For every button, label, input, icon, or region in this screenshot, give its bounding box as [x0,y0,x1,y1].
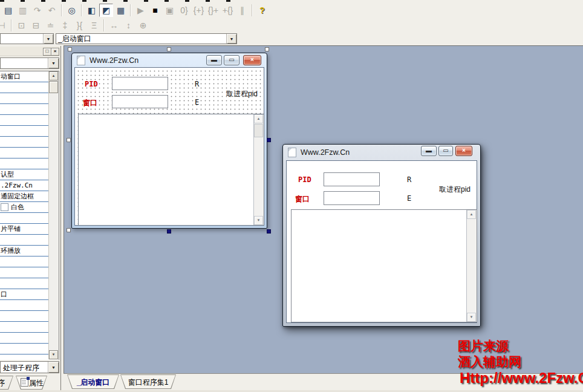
chevron-down-icon[interactable]: ▼ [43,34,53,44]
find-icon[interactable]: ◎ [65,4,79,17]
resize-handle-bottom-right[interactable] [267,229,271,234]
scroll-up-icon[interactable]: ▲ [467,210,476,219]
component-combo[interactable]: ▼ [0,33,54,44]
scroll-up-icon[interactable]: ▲ [254,114,263,123]
object-selector-combo[interactable]: ▼ [0,57,59,69]
space-evenly-vertical-icon[interactable]: Ξ [87,19,101,32]
get-pid-button[interactable]: 取进程pid [439,185,471,195]
chevron-down-icon[interactable]: ▼ [226,34,236,44]
tab-properties[interactable]: 属性 [16,376,47,390]
resize-handle-bottom-left[interactable] [67,228,71,232]
property-row[interactable]: 片平铺 [0,224,48,235]
property-row[interactable] [0,344,48,354]
property-row[interactable]: 认型 [0,169,48,180]
designer-form-window[interactable]: Www.2Fzw.Cn ▬ ▭ × PID R 取进程pid 窗口 E ▲ ▼ [71,53,267,229]
property-row[interactable] [0,148,48,158]
property-row[interactable] [0,300,48,311]
tab-startup-window[interactable]: _启动窗口 [67,374,119,389]
output-listbox[interactable]: ▲ ▼ [78,114,264,226]
resize-handle-mid-right[interactable] [267,138,271,142]
run-to-cursor-icon[interactable]: +{} [221,4,235,17]
close-button[interactable]: × [455,146,472,156]
tab-events[interactable]: 序 [0,376,13,390]
window-input[interactable] [112,95,168,108]
align-bottom-icon[interactable]: ‡ [58,19,72,32]
maximize-button[interactable]: ▭ [224,55,239,65]
property-row[interactable] [0,213,48,224]
pause-icon[interactable]: ∥ [235,4,249,17]
close-button[interactable]: × [243,55,261,65]
preview-window[interactable]: Www.2Fzw.Cn ▬ ▭ × PID R 取进程pid 窗口 E ▲ ▼ [282,144,481,327]
property-row[interactable] [0,115,48,126]
listbox-scrollbar[interactable]: ▲ ▼ [466,210,477,322]
property-row[interactable] [0,158,48,169]
panel-close-button[interactable]: × [51,48,59,56]
scroll-down-icon[interactable]: ▼ [49,350,58,359]
listbox-scrollbar[interactable]: ▲ ▼ [253,114,264,225]
copy-icon[interactable]: ▤ [1,4,15,17]
center-horizontally-icon[interactable]: ⊡ [15,19,28,32]
property-row[interactable]: 通固定边框 [0,191,48,202]
debug-window-icon[interactable]: ▣ [163,4,177,17]
form-selector-combo[interactable]: _启动窗口 ▼ [56,33,237,44]
property-row[interactable] [0,137,48,148]
property-row[interactable]: 环播放 [0,246,48,256]
property-row[interactable] [0,278,48,289]
property-row[interactable] [0,104,48,115]
panel-maximize-button[interactable]: □ [43,48,51,56]
property-row[interactable]: 口 [0,289,48,300]
view-form-icon[interactable]: ◩ [99,4,113,17]
e-button[interactable]: E [407,194,411,203]
view-split-icon[interactable]: ▦ [114,4,128,17]
property-grid-scrollbar[interactable]: ▲ ▼ [48,71,59,359]
designer-client-area[interactable]: PID R 取进程pid 窗口 E ▲ ▼ [74,67,264,226]
undo-icon[interactable]: ↶ [45,4,59,17]
property-row[interactable] [0,354,48,360]
scrollbar-thumb[interactable] [49,81,58,93]
property-row[interactable]: 动窗口 [0,71,48,82]
step-into-icon[interactable]: {+} [192,4,206,17]
minimize-button[interactable]: ▬ [421,146,437,156]
space-evenly-horizontal-icon[interactable]: }{ [73,19,86,32]
property-row[interactable] [0,256,48,267]
event-handler-combo[interactable]: 处理子程序 ▼ [0,361,59,373]
property-row[interactable] [0,267,48,278]
pid-input[interactable] [112,77,168,90]
align-top-icon[interactable]: ≐ [44,19,57,32]
resize-handle-mid-left[interactable] [67,138,71,142]
property-row[interactable] [0,235,48,246]
stop-icon[interactable]: ■ [148,4,162,17]
property-row[interactable] [0,82,48,93]
chevron-down-icon[interactable]: ▼ [48,58,59,68]
maximize-button[interactable]: ▭ [438,146,453,156]
center-vertically-icon[interactable]: ⊟ [29,19,43,32]
scroll-down-icon[interactable]: ▼ [254,216,263,225]
align-handles-icon[interactable]: ⊣ [0,19,8,32]
property-row[interactable] [0,93,48,104]
property-row[interactable]: .2Fzw.Cn [0,180,48,191]
run-icon[interactable]: ▶ [134,4,148,17]
resize-handle-top-left[interactable] [68,47,72,51]
resize-handle-bottom-center[interactable] [167,229,171,234]
same-size-icon[interactable]: ⊕ [136,19,150,32]
r-button[interactable]: R [195,80,199,88]
get-pid-button[interactable]: 取进程pid [226,89,258,99]
r-button[interactable]: R [407,175,411,184]
resize-handle-top-center[interactable] [167,47,171,51]
view-code-icon[interactable]: ◧ [85,4,99,17]
property-row[interactable] [0,311,48,322]
chevron-down-icon[interactable]: ▼ [48,362,59,373]
e-button[interactable]: E [195,98,199,106]
same-width-icon[interactable]: ↔ [107,19,121,32]
property-row[interactable]: 白色 [0,202,48,213]
step-over-icon[interactable]: 0} [177,4,191,17]
property-row[interactable] [0,322,48,333]
redo-icon[interactable]: ↷ [30,4,44,17]
same-height-icon[interactable]: ↕ [122,19,135,32]
help-search-icon[interactable]: ? [255,4,269,17]
property-row[interactable] [0,126,48,137]
tab-program-set[interactable]: 窗口程序集1 [120,374,176,389]
scroll-up-icon[interactable]: ▲ [49,71,58,80]
output-listbox[interactable]: ▲ ▼ [291,209,477,322]
paste-icon[interactable]: ▥ [16,4,30,17]
